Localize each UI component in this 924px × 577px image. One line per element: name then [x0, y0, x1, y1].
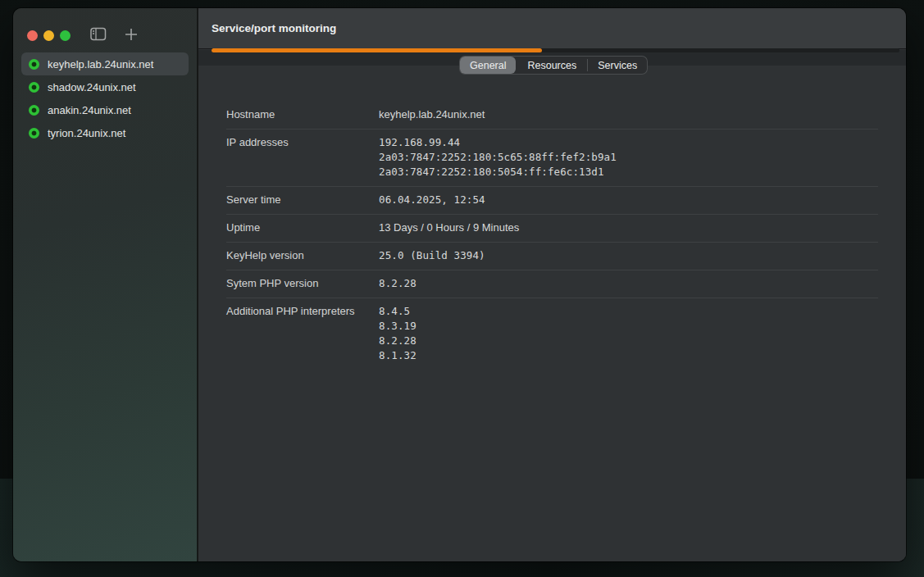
tab-services[interactable]: Services: [587, 56, 648, 75]
tab-general[interactable]: General: [460, 57, 516, 74]
server-name: shadow.24unix.net: [48, 81, 136, 93]
status-online-icon: [29, 128, 39, 139]
detail-values: 25.0 (Build 3394): [379, 248, 485, 263]
detail-value-line: 8.2.28: [379, 334, 416, 348]
detail-label: Additional PHP interpreters: [226, 304, 379, 363]
sidebar-item-tyrion[interactable]: tyrion.24unix.net: [21, 121, 189, 144]
detail-values: 8.4.58.3.198.2.288.1.32: [379, 304, 416, 363]
window-controls: [27, 30, 71, 41]
segment-divider: [587, 59, 588, 71]
sidebar-toggle-button[interactable]: [90, 27, 107, 41]
scan-progress-fill: [212, 48, 542, 52]
detail-row: KeyHelp version 25.0 (Build 3394): [226, 243, 878, 270]
page-title: Service/port monitoring: [212, 8, 336, 49]
server-name: keyhelp.lab.24unix.net: [48, 58, 153, 70]
detail-value-line: 13 Days / 0 Hours / 9 Minutes: [379, 220, 519, 235]
detail-value-line: 8.1.32: [379, 348, 416, 363]
tab-label: Services: [598, 60, 637, 71]
server-name: anakin.24unix.net: [48, 104, 131, 116]
detail-label: KeyHelp version: [226, 248, 379, 263]
detail-value-line: 06.04.2025, 12:54: [379, 193, 485, 207]
tab-label: Resources: [527, 60, 576, 71]
main-pane: Service/port monitoring General Resource…: [197, 8, 906, 561]
detail-values: 8.2.28: [379, 276, 416, 291]
detail-label: Uptime: [226, 220, 379, 235]
detail-value-line: 8.4.5: [379, 304, 416, 319]
detail-row: Hostname keyhelp.lab.24unix.net: [226, 102, 878, 129]
server-name: tyrion.24unix.net: [48, 127, 125, 139]
detail-row: Sytem PHP version 8.2.28: [226, 270, 878, 298]
detail-values: 13 Days / 0 Hours / 9 Minutes: [379, 220, 519, 235]
status-online-icon: [29, 105, 39, 116]
detail-value-line: keyhelp.lab.24unix.net: [379, 107, 485, 122]
detail-label: Server time: [226, 193, 379, 207]
sidebar: keyhelp.lab.24unix.net shadow.24unix.net…: [13, 8, 197, 561]
detail-label: IP addresses: [226, 135, 379, 179]
detail-label: Hostname: [226, 107, 379, 122]
app-window: keyhelp.lab.24unix.net shadow.24unix.net…: [13, 8, 906, 561]
detail-row: Uptime 13 Days / 0 Hours / 9 Minutes: [226, 215, 878, 243]
detail-value-line: 2a03:7847:2252:180:5054:ff:fe6c:13d1: [379, 165, 617, 179]
detail-row: IP addresses 192.168.99.442a03:7847:2252…: [226, 129, 878, 187]
detail-row: Additional PHP interpreters 8.4.58.3.198…: [226, 298, 878, 370]
detail-value-line: 2a03:7847:2252:180:5c65:88ff:fef2:b9a1: [379, 150, 617, 165]
minimize-button[interactable]: [43, 30, 54, 41]
close-button[interactable]: [27, 30, 38, 41]
sidebar-toggle-icon: [90, 27, 107, 41]
detail-values: 192.168.99.442a03:7847:2252:180:5c65:88f…: [379, 135, 617, 179]
status-online-icon: [29, 82, 39, 93]
sidebar-item-shadow[interactable]: shadow.24unix.net: [21, 75, 189, 98]
tab-bar: General Resources Services: [459, 56, 648, 75]
detail-value-line: 8.2.28: [379, 276, 416, 291]
detail-label: Sytem PHP version: [226, 276, 379, 291]
zoom-button[interactable]: [60, 30, 71, 41]
scan-progress-bar: [212, 48, 899, 52]
main-titlebar: Service/port monitoring: [198, 8, 906, 49]
content-area: Hostname keyhelp.lab.24unix.net IP addre…: [198, 66, 906, 561]
server-list: keyhelp.lab.24unix.net shadow.24unix.net…: [21, 52, 189, 144]
status-online-icon: [29, 59, 39, 70]
detail-value-line: 8.3.19: [379, 319, 416, 334]
detail-row: Server time 06.04.2025, 12:54: [226, 187, 878, 215]
add-icon: [125, 28, 138, 41]
sidebar-item-keyhelp[interactable]: keyhelp.lab.24unix.net: [21, 52, 189, 75]
detail-values: 06.04.2025, 12:54: [379, 193, 485, 207]
detail-value-line: 192.168.99.44: [379, 135, 617, 150]
tab-resources[interactable]: Resources: [517, 56, 587, 75]
detail-value-line: 25.0 (Build 3394): [379, 248, 485, 263]
detail-values: keyhelp.lab.24unix.net: [379, 107, 485, 122]
sidebar-item-anakin[interactable]: anakin.24unix.net: [21, 98, 189, 121]
tab-label: General: [470, 60, 506, 71]
sidebar-toolbar: [90, 27, 138, 41]
add-server-button[interactable]: [125, 28, 138, 41]
details-table: Hostname keyhelp.lab.24unix.net IP addre…: [226, 102, 878, 370]
